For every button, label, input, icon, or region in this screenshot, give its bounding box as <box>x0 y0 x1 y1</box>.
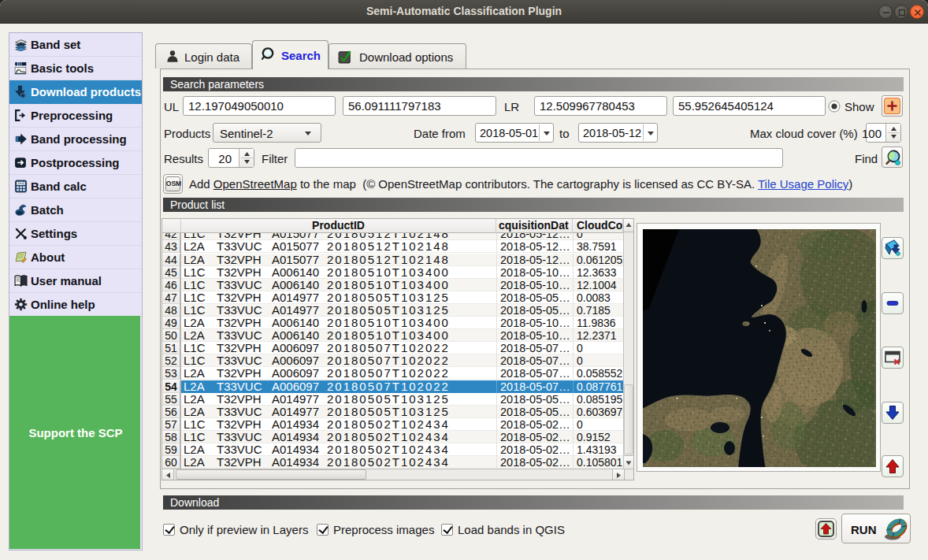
svg-text:1+2: 1+2 <box>17 181 24 185</box>
